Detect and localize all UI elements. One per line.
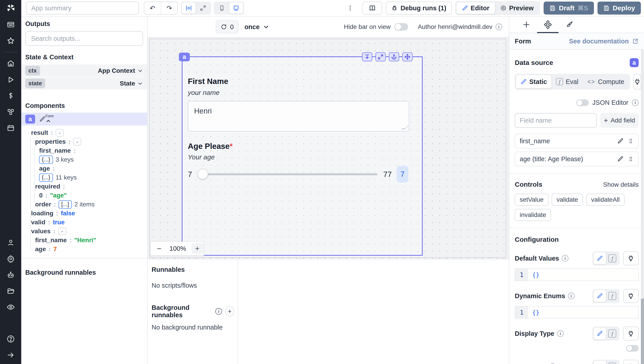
tree-row[interactable]: {...} 11 keys — [26, 173, 143, 182]
tree-row[interactable]: order : [...] 2 items — [26, 200, 143, 209]
control-pill[interactable]: validate — [552, 194, 583, 206]
schedule-dropdown[interactable]: once — [244, 23, 270, 31]
debug-runs-button[interactable]: Debug runs (1) — [386, 2, 452, 15]
default-values-editor[interactable]: 1 {} — [515, 268, 639, 281]
chevron-up-icon[interactable] — [46, 118, 51, 124]
resize-handle[interactable] — [401, 125, 409, 129]
expand-object-chip[interactable]: {...} — [39, 173, 53, 182]
json-editor-toggle[interactable] — [576, 99, 589, 106]
expand-object-chip[interactable]: [...] — [58, 200, 72, 209]
user-icon[interactable] — [6, 238, 16, 248]
collapse-button[interactable]: - — [56, 129, 64, 136]
variables-icon[interactable] — [6, 91, 16, 101]
control-pill[interactable]: invalidate — [515, 209, 551, 221]
redo-button[interactable]: ↷ — [161, 2, 177, 14]
deploy-button[interactable]: Deploy — [598, 2, 641, 15]
scrollbar-track[interactable] — [641, 50, 644, 364]
tree-row[interactable]: values : - — [26, 227, 143, 236]
info-icon[interactable]: i — [562, 255, 568, 262]
info-icon[interactable]: i — [568, 293, 575, 299]
tab-component-settings-icon[interactable] — [537, 16, 558, 33]
home-icon[interactable] — [6, 59, 16, 69]
tab-preview[interactable]: Preview — [495, 2, 539, 14]
mobile-view-button[interactable] — [215, 3, 229, 14]
edit-pencil-icon[interactable] — [617, 138, 624, 144]
mode-eval[interactable]: f Eval — [552, 75, 583, 88]
collapse-button[interactable]: - — [58, 228, 66, 235]
info-icon[interactable]: i — [632, 99, 639, 106]
docs-book-button[interactable] — [362, 2, 382, 15]
rename-pencil-icon[interactable] — [39, 116, 46, 122]
draft-button[interactable]: Draft ⌘S — [544, 2, 594, 15]
component-tag-badge[interactable]: a — [179, 53, 190, 61]
eval-function-icon[interactable]: f — [606, 361, 618, 364]
tree-row[interactable]: age : 7 — [26, 245, 143, 254]
search-outputs-input[interactable] — [25, 31, 143, 46]
state-row[interactable]: state State — [21, 77, 147, 90]
tree-row[interactable]: 0 : "age" — [26, 191, 143, 200]
eval-function-icon[interactable]: f — [606, 252, 618, 264]
see-documentation-link[interactable]: See documentation — [569, 38, 639, 45]
desktop-view-button[interactable] — [229, 3, 243, 14]
show-details-link[interactable]: Show details — [603, 181, 639, 188]
app-summary-input[interactable] — [26, 2, 139, 15]
static-pencil-icon[interactable] — [594, 327, 606, 340]
tab-editor[interactable]: Editor — [456, 2, 495, 14]
edit-pencil-icon[interactable] — [617, 156, 624, 162]
workers-robot-icon[interactable] — [6, 270, 16, 280]
mode-compute[interactable]: <> Compute — [583, 75, 628, 88]
connect-plug-button[interactable] — [623, 360, 639, 364]
drag-grip-icon[interactable] — [628, 138, 634, 144]
tab-styling-brush-icon[interactable] — [558, 16, 580, 33]
add-field-button[interactable]: + Add field — [600, 113, 639, 128]
field-row[interactable]: first_name — [515, 134, 639, 148]
fullwidth-layout-button[interactable] — [196, 3, 210, 14]
zoom-in-button[interactable]: + — [192, 243, 203, 254]
dynamic-enums-editor[interactable]: 1 {} — [515, 306, 639, 318]
slider-handle[interactable] — [198, 169, 208, 179]
kebab-menu-icon[interactable] — [344, 5, 357, 12]
field-row[interactable]: age (title: Age Please) — [515, 151, 639, 166]
schedules-icon[interactable] — [6, 123, 16, 133]
mode-static[interactable]: Static — [516, 75, 552, 88]
info-icon[interactable]: i — [557, 330, 564, 337]
eval-function-icon[interactable]: f — [606, 290, 618, 302]
apps-icon[interactable] — [6, 20, 16, 30]
ctx-row[interactable]: ctx App Context — [21, 65, 147, 77]
form-component[interactable]: a First Name your name Henri — [182, 56, 422, 256]
tree-row[interactable]: loading : false — [26, 209, 143, 218]
age-slider[interactable] — [198, 173, 378, 175]
windmill-logo[interactable] — [6, 3, 16, 14]
zoom-out-button[interactable]: − — [157, 244, 162, 253]
tree-row[interactable]: first_name : "Henri" — [26, 236, 143, 245]
drag-grip-icon[interactable] — [628, 156, 634, 162]
display-type-toggle[interactable] — [626, 345, 639, 352]
refresh-count-box[interactable]: 0 — [216, 20, 238, 34]
tree-row[interactable]: age : — [26, 164, 143, 173]
control-pill[interactable]: setValue — [515, 194, 548, 206]
settings-gear-icon[interactable] — [6, 254, 16, 264]
control-pill[interactable]: validateAll — [586, 194, 624, 206]
tree-row[interactable]: {...} 3 keys — [26, 155, 143, 164]
folders-icon[interactable] — [6, 286, 16, 296]
info-icon[interactable]: i — [496, 24, 502, 30]
app-canvas[interactable]: a First Name your name Henri — [148, 38, 509, 260]
static-pencil-icon[interactable] — [594, 290, 606, 302]
anchor-icon[interactable] — [389, 52, 399, 61]
static-pencil-icon[interactable] — [594, 361, 606, 364]
undo-button[interactable]: ↶ — [144, 2, 161, 14]
collapse-rail-arrow-icon[interactable] — [6, 350, 16, 360]
tree-row[interactable]: first_name : — [26, 146, 143, 155]
collapse-button[interactable]: - — [73, 138, 81, 145]
connect-plug-button[interactable] — [623, 327, 639, 340]
expand-icon[interactable] — [376, 52, 386, 61]
scrollbar-thumb[interactable] — [641, 299, 644, 364]
runs-icon[interactable] — [6, 75, 16, 85]
centered-layout-button[interactable] — [182, 3, 196, 14]
connect-plug-button[interactable] — [634, 74, 641, 90]
component-form-row[interactable]: a Form — [21, 113, 147, 126]
eval-function-icon[interactable]: f — [606, 327, 618, 340]
expand-object-chip[interactable]: {...} — [39, 155, 53, 164]
favorites-star-icon[interactable] — [6, 36, 16, 46]
field-name-input[interactable] — [515, 113, 596, 128]
